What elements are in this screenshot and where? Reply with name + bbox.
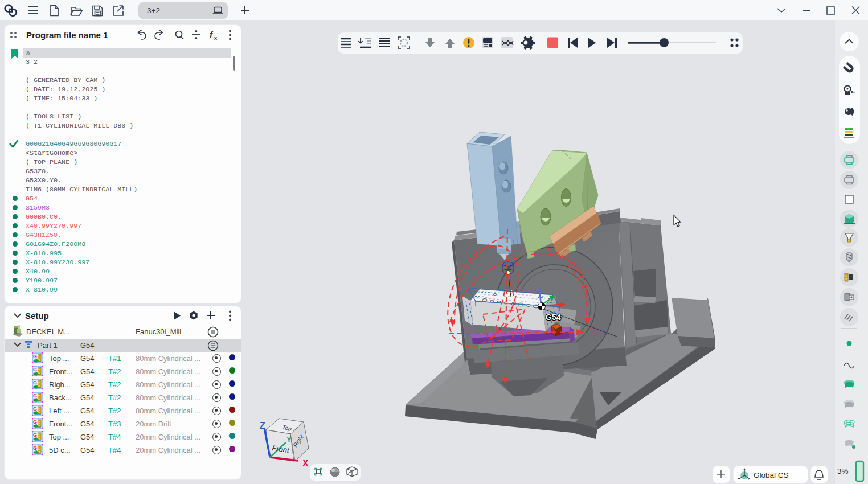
svg-text:Y: Y: [286, 435, 292, 444]
svg-text:Z: Z: [260, 421, 265, 430]
svg-text:G54: G54: [546, 313, 561, 322]
svg-text:X: X: [302, 458, 309, 468]
